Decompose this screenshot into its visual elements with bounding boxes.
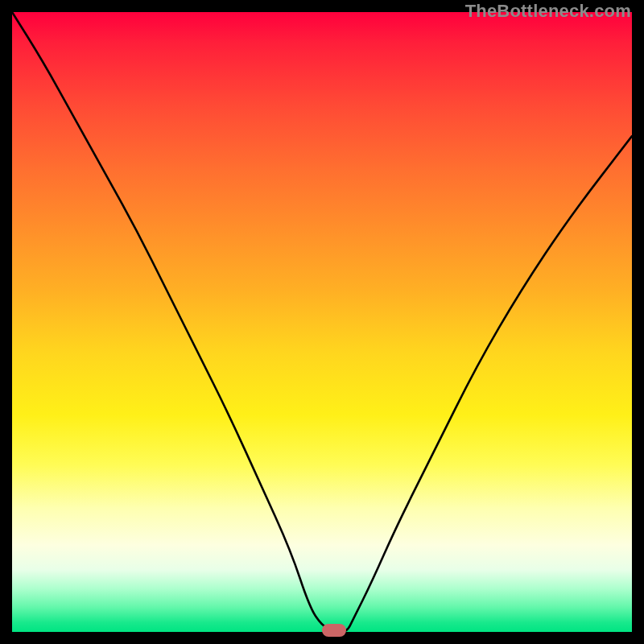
plot-area (12, 12, 632, 632)
watermark-text: TheBottleneck.com (465, 1, 631, 22)
bottleneck-curve (12, 12, 632, 632)
optimal-marker (322, 624, 346, 637)
chart-frame: TheBottleneck.com (0, 0, 644, 644)
